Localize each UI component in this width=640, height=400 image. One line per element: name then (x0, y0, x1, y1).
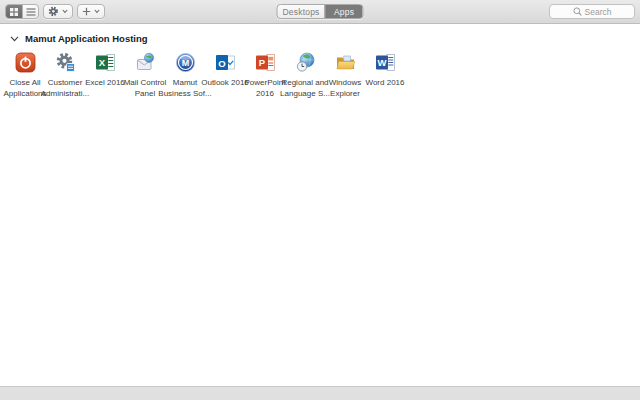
tab-apps[interactable]: Apps (325, 5, 363, 18)
svg-text:X: X (98, 57, 105, 68)
svg-text:O: O (218, 58, 225, 69)
excel-icon: X (95, 52, 116, 73)
search-placeholder: Search (585, 7, 612, 17)
app-item-windows-explorer[interactable]: WindowsExplorer (325, 49, 365, 99)
app-label-line: Word 2016 (357, 77, 413, 88)
search-input[interactable]: Search (549, 4, 635, 19)
gear-icon (48, 6, 59, 17)
svg-text:W: W (377, 57, 386, 68)
tab-desktops[interactable]: Desktops (277, 5, 324, 18)
chevron-down-icon[interactable] (10, 36, 19, 42)
word-icon: W (375, 52, 396, 73)
explorer-icon (335, 52, 356, 73)
powerpoint-icon: P (255, 52, 276, 73)
app-item-mamut-business-software[interactable]: M MamutBusiness Sof... (165, 49, 205, 99)
app-grid: Close AllApplications CustomerAdministra… (0, 49, 640, 99)
group-header[interactable]: Mamut Application Hosting (0, 24, 640, 46)
desktops-apps-segmented-control: Desktops Apps (276, 4, 363, 19)
grid-view-button[interactable] (6, 5, 22, 18)
customer-admin-icon (55, 52, 76, 73)
mamut-icon: M (175, 52, 196, 73)
chevron-down-icon (94, 9, 100, 14)
svg-text:P: P (258, 57, 265, 68)
view-mode-segmented-control (5, 4, 39, 19)
group-title: Mamut Application Hosting (25, 33, 148, 44)
app-item-word-2016[interactable]: W Word 2016 (365, 49, 405, 99)
add-connection-dropdown-button[interactable] (77, 4, 105, 19)
app-label: Word 2016 (357, 77, 413, 88)
close-all-icon (15, 52, 36, 73)
regional-icon (295, 52, 316, 73)
magnifier-icon (573, 7, 582, 16)
list-view-icon (26, 7, 36, 17)
outlook-icon: O (215, 52, 236, 73)
status-bar (0, 386, 640, 400)
mail-control-icon (135, 52, 156, 73)
content-area: Mamut Application Hosting Close AllAppli… (0, 24, 640, 386)
list-view-button[interactable] (22, 5, 38, 18)
chevron-down-icon (62, 9, 68, 14)
plus-icon (82, 7, 91, 16)
toolbar: Desktops Apps Search (0, 0, 640, 24)
app-window: Desktops Apps Search Mamut Application H… (0, 0, 640, 400)
settings-dropdown-button[interactable] (43, 4, 73, 19)
app-item-customer-administration[interactable]: CustomerAdministrati... (45, 49, 85, 99)
grid-view-icon (9, 7, 19, 17)
